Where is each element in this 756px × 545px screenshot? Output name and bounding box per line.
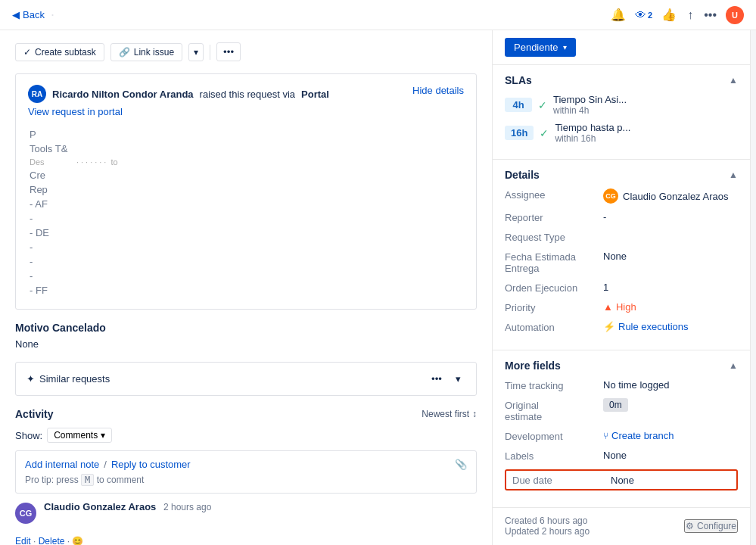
cre-label: Cre: [30, 169, 75, 182]
hide-details-link[interactable]: Hide details: [412, 85, 464, 96]
table-row: Rep: [30, 183, 118, 196]
similar-expand-button[interactable]: ▾: [451, 372, 465, 386]
reaction-icon: 😊: [72, 536, 83, 545]
thumbup-button[interactable]: 👍: [660, 6, 678, 23]
rep-label: Rep: [30, 183, 75, 196]
toolbar-separator: [210, 45, 210, 60]
time-tracking-value: No time logged: [603, 379, 738, 391]
add-internal-note-link[interactable]: Add internal note: [25, 459, 99, 470]
comments-label: Comments: [54, 430, 98, 441]
requester-initials: RA: [32, 90, 42, 98]
due-date-label: Due date: [512, 474, 611, 486]
labels-row: Labels None: [505, 450, 738, 462]
dash3-label: -: [30, 255, 75, 268]
similar-requests-card: ✦ Similar requests ••• ▾: [15, 362, 477, 396]
more-options-button[interactable]: •••: [702, 7, 718, 23]
des-label: Des: [30, 157, 75, 167]
dots-icon: •••: [223, 46, 234, 58]
delete-link[interactable]: Delete: [39, 536, 65, 545]
automation-value[interactable]: ⚡ Rule executions: [603, 321, 738, 332]
sla-name-1: Tiempo Sin Asi...: [553, 94, 627, 105]
motivo-title: Motivo Cancelado: [15, 322, 477, 334]
toolbar: ✓ Create subtask 🔗 Link issue ▾ •••: [15, 42, 477, 61]
fecha-label: Fecha EstimadaEntrega: [505, 251, 603, 274]
sla-check-1: ✓: [538, 99, 547, 111]
request-details-table: P Tools T& Des ······· to Cre Rep: [28, 126, 120, 298]
asterisk-icon: ✦: [26, 373, 35, 385]
slas-header[interactable]: SLAs ▲: [505, 74, 738, 86]
assignee-value[interactable]: CG Claudio Gonzalez Araos: [603, 188, 738, 204]
assignee-name: Claudio Gonzalez Araos: [623, 191, 728, 202]
watchers-badge: 👁 2: [635, 8, 652, 21]
assignee-row: Assignee CG Claudio Gonzalez Araos: [505, 188, 738, 204]
notification-button[interactable]: 🔔: [609, 6, 627, 23]
due-date-value: None: [611, 475, 730, 486]
motivo-value: None: [15, 338, 477, 350]
sla-time-1: within 4h: [553, 105, 627, 116]
reply-to-customer-link[interactable]: Reply to customer: [111, 459, 191, 470]
link-issue-label: Link issue: [134, 47, 174, 58]
comments-dropdown[interactable]: Comments ▾: [47, 428, 112, 443]
more-fields-section: More fields ▲ Time tracking No time logg…: [493, 350, 750, 508]
dash1-label: -: [30, 212, 75, 225]
raised-via-text: raised this request via: [200, 89, 295, 100]
nav-left: ◀ Back ·: [12, 7, 54, 23]
request-info-card: RA Ricardo Nilton Condor Aranda raised t…: [15, 73, 477, 310]
subtask-icon: ✓: [23, 47, 31, 58]
create-branch-label: Create branch: [611, 430, 674, 441]
table-row: P: [30, 128, 118, 141]
priority-value[interactable]: ▲ High: [603, 301, 738, 313]
more-toolbar-button[interactable]: ▾: [188, 43, 204, 61]
extra-options-button[interactable]: •••: [216, 42, 241, 61]
sla-check-2: ✓: [540, 127, 549, 139]
avatar-initials: U: [732, 11, 738, 20]
link-issue-button[interactable]: 🔗 Link issue: [110, 43, 182, 61]
configure-label: Configure: [697, 521, 736, 531]
sla-info-2: Tiempo hasta p... within 16h: [555, 122, 630, 144]
reporter-value: -: [603, 211, 738, 223]
orden-row: Orden Ejecucion 1: [505, 282, 738, 294]
edit-link[interactable]: Edit: [15, 536, 31, 545]
more-fields-header[interactable]: More fields ▲: [505, 360, 738, 372]
table-row: Des ······· to: [30, 157, 118, 167]
configure-button[interactable]: ⚙ Configure: [684, 519, 738, 533]
show-filter: Show: Comments ▾: [15, 428, 477, 443]
table-row: -: [30, 212, 118, 225]
labels-value: None: [603, 450, 738, 461]
scrollbar[interactable]: [750, 30, 756, 545]
back-button[interactable]: ◀ Back: [12, 9, 45, 20]
rep-value: [76, 183, 118, 196]
create-branch-link[interactable]: ⑂ Create branch: [603, 430, 674, 441]
orden-label: Orden Ejecucion: [505, 282, 603, 294]
right-panel: Pendiente ▾ SLAs ▲ 4h ✓ Tiempo Sin Asi..…: [493, 30, 750, 545]
similar-requests-label: Similar requests: [39, 373, 110, 385]
attachment-icon[interactable]: 📎: [455, 459, 467, 470]
share-button[interactable]: ↑: [686, 7, 695, 23]
details-header[interactable]: Details ▲: [505, 169, 738, 181]
footer-dates: Created 6 hours ago Updated 2 hours ago: [505, 515, 590, 537]
similar-requests-right: ••• ▾: [427, 372, 465, 386]
sla-item-1: 4h ✓ Tiempo Sin Asi... within 4h: [505, 94, 738, 116]
comment-time: 2 hours ago: [163, 502, 211, 512]
status-dropdown[interactable]: Pendiente ▾: [505, 38, 576, 57]
reporter-label: Reporter: [505, 211, 603, 223]
similar-more-button[interactable]: •••: [427, 372, 446, 386]
request-type-label: Request Type: [505, 231, 603, 243]
p-value: [76, 128, 118, 141]
nav-separator: ·: [51, 7, 54, 23]
configure-icon: ⚙: [686, 521, 694, 531]
view-portal-link[interactable]: View request in portal: [28, 106, 123, 117]
show-label: Show:: [15, 430, 42, 441]
sort-button[interactable]: Newest first ↕: [422, 409, 477, 419]
sla-info-1: Tiempo Sin Asi... within 4h: [553, 94, 627, 116]
create-subtask-button[interactable]: ✓ Create subtask: [15, 43, 104, 61]
user-avatar[interactable]: U: [726, 6, 744, 24]
p-label: P: [30, 128, 75, 141]
requester-info: RA Ricardo Nilton Condor Aranda raised t…: [28, 85, 329, 103]
branch-icon: ⑂: [603, 431, 608, 441]
slas-title: SLAs: [505, 74, 532, 86]
priority-label: Priority: [505, 301, 603, 313]
link-icon: 🔗: [119, 47, 130, 58]
fecha-value: None: [603, 251, 738, 262]
assignee-avatar: CG: [603, 188, 618, 204]
